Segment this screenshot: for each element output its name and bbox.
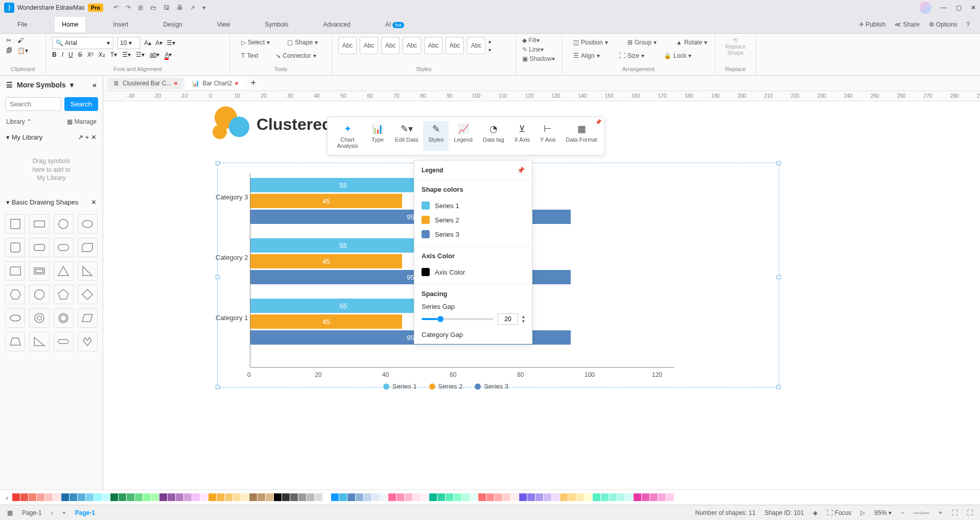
color-swatch[interactable] <box>159 493 167 501</box>
color-swatch[interactable] <box>421 493 429 501</box>
color-swatch[interactable] <box>585 493 592 501</box>
color-swatch[interactable] <box>258 493 265 501</box>
superscript-icon[interactable]: X² <box>87 51 94 58</box>
layers-icon[interactable]: ◈ <box>813 509 818 516</box>
share-button[interactable]: ≪ Share <box>895 21 919 28</box>
close-icon[interactable]: ✕ <box>971 4 976 11</box>
italic-icon[interactable]: I <box>62 51 63 58</box>
shape-roundrect[interactable] <box>5 238 25 257</box>
color-swatch[interactable] <box>413 493 421 501</box>
shape-square[interactable] <box>5 214 25 234</box>
color-swatch[interactable] <box>143 493 151 501</box>
axis-color[interactable]: Axis Color <box>422 265 525 279</box>
color-swatch[interactable] <box>405 493 412 501</box>
edit-data-button[interactable]: ✎▾Edit Data <box>390 121 423 151</box>
color-swatch[interactable] <box>372 493 380 501</box>
shape-frame[interactable] <box>29 261 49 281</box>
color-swatch[interactable] <box>503 493 510 501</box>
format-painter-icon[interactable]: 🖌 <box>17 37 28 44</box>
color-swatch[interactable] <box>290 493 298 501</box>
line-button[interactable]: ✎ Line▾ <box>522 46 555 53</box>
font-size-select[interactable]: 10 ▾ <box>118 37 140 49</box>
color-swatch[interactable] <box>495 493 502 501</box>
copy-icon[interactable]: 🗐 <box>6 47 12 54</box>
menu-insert[interactable]: Insert <box>106 17 135 32</box>
color-swatch[interactable] <box>274 493 282 501</box>
new-icon[interactable]: ⊞ <box>138 4 143 11</box>
position-button[interactable]: ◫ Position▾ <box>568 37 613 48</box>
color-swatch[interactable] <box>560 493 568 501</box>
style-preset[interactable]: Abc <box>467 37 485 54</box>
color-swatch[interactable] <box>511 493 519 501</box>
publish-button[interactable]: ✈ Publish <box>859 21 886 28</box>
shape-circle[interactable] <box>54 214 74 234</box>
color-swatch[interactable] <box>634 493 641 501</box>
color-swatch[interactable] <box>650 493 658 501</box>
library-link[interactable]: Library ⌃ <box>6 118 32 125</box>
color-swatch[interactable] <box>519 493 527 501</box>
data-format-button[interactable]: ▦Data Format <box>561 121 602 151</box>
color-swatch[interactable] <box>94 493 102 501</box>
page-tab[interactable]: Page-1 <box>22 509 42 516</box>
series-gap-input[interactable] <box>498 313 518 325</box>
print-icon[interactable]: 🖶 <box>177 4 183 11</box>
y-axis-button[interactable]: ⊢Y Axis <box>535 121 561 151</box>
bullets-icon[interactable]: ☲▾ <box>136 51 145 58</box>
zoom-in-icon[interactable]: + <box>939 509 942 516</box>
more-icon[interactable]: ▾ <box>202 4 205 11</box>
shape-snip[interactable] <box>78 238 98 257</box>
menu-view[interactable]: View <box>210 17 238 32</box>
search-input[interactable] <box>5 97 61 111</box>
color-swatch[interactable] <box>298 493 306 501</box>
align-icon[interactable]: ☰▾ <box>167 39 175 47</box>
color-swatch[interactable] <box>625 493 633 501</box>
styles-button[interactable]: ✎Styles <box>423 121 449 151</box>
color-swatch[interactable] <box>208 493 216 501</box>
color-swatch[interactable] <box>454 493 461 501</box>
color-swatch[interactable] <box>233 493 241 501</box>
color-swatch[interactable] <box>37 493 44 501</box>
color-swatch[interactable] <box>658 493 666 501</box>
chart-analysis-button[interactable]: ✦Chart Analysis <box>330 121 365 151</box>
font-select[interactable]: 🔍Arial▾ <box>52 37 113 49</box>
menu-home[interactable]: Home <box>55 17 85 32</box>
shape-trap2[interactable] <box>5 332 25 351</box>
minimize-icon[interactable]: — <box>941 4 947 11</box>
style-preset[interactable]: Abc <box>446 37 464 54</box>
options-button[interactable]: ⚙ Options <box>929 21 958 28</box>
undo-icon[interactable]: ↶ <box>113 4 119 11</box>
color-swatch[interactable] <box>576 493 584 501</box>
menu-file[interactable]: File <box>10 17 34 32</box>
color-swatch[interactable] <box>617 493 625 501</box>
case-icon[interactable]: T▾ <box>110 51 117 58</box>
color-swatch[interactable] <box>110 493 118 501</box>
layout-icon[interactable]: ▦ <box>7 509 13 516</box>
shape-parallelogram[interactable] <box>78 308 98 328</box>
cut-icon[interactable]: ✂ <box>6 37 12 44</box>
color-swatch[interactable] <box>119 493 126 501</box>
doc-tab[interactable]: 📊 Bar Chart2 <box>185 78 244 89</box>
legend-button[interactable]: 📈Legend <box>449 121 478 151</box>
color-swatch[interactable] <box>192 493 200 501</box>
style-preset[interactable]: Abc <box>338 37 357 54</box>
subscript-icon[interactable]: X₂ <box>99 51 105 58</box>
maximize-icon[interactable]: ▢ <box>956 4 962 11</box>
color-swatch[interactable] <box>135 493 143 501</box>
color-swatch[interactable] <box>666 493 674 501</box>
rotate-button[interactable]: ▲ Rotate▾ <box>671 37 712 48</box>
color-swatch[interactable] <box>544 493 551 501</box>
strike-icon[interactable]: S <box>78 51 82 58</box>
canvas[interactable]: Clustered ✦Chart Analysis 📊Type ✎▾Edit D… <box>118 101 980 489</box>
color-swatch[interactable] <box>331 493 339 501</box>
shape-rtriangle[interactable] <box>29 332 49 351</box>
style-preset[interactable]: Abc <box>403 37 421 54</box>
library-drop-zone[interactable]: Drag symbols here to add to My Library <box>6 149 97 190</box>
text-button[interactable]: T Text <box>236 50 263 61</box>
shape-roundrect2[interactable] <box>54 238 74 257</box>
series1-color[interactable]: Series 1 <box>422 198 525 213</box>
redo-icon[interactable]: ↷ <box>126 4 131 11</box>
shape-triangle[interactable] <box>54 261 74 281</box>
user-avatar[interactable] <box>919 2 931 14</box>
bold-icon[interactable]: B <box>52 51 57 58</box>
paste-icon[interactable]: 📋▾ <box>17 47 28 54</box>
